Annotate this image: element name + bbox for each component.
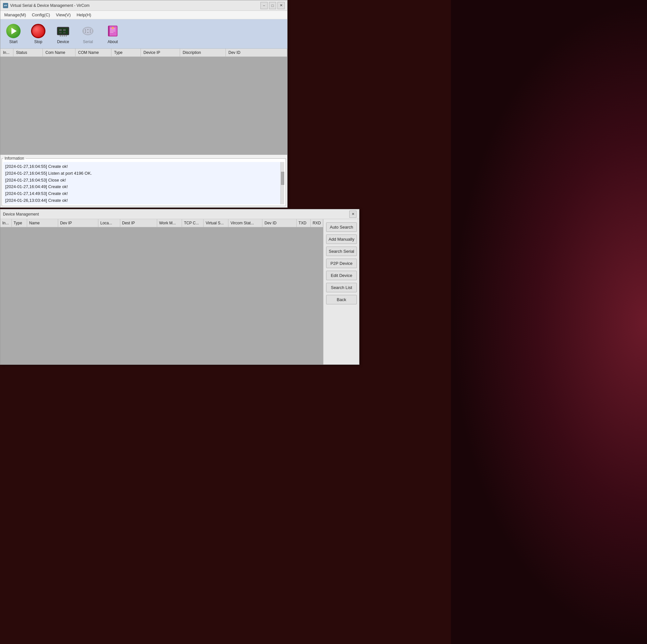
start-icon-container bbox=[6, 24, 20, 38]
svg-point-14 bbox=[89, 29, 91, 31]
svg-point-16 bbox=[87, 32, 88, 33]
col-header-dev-id: Dev ID bbox=[226, 49, 287, 57]
log-entry: [2024-01-27,16:04:53] Close ok! bbox=[5, 177, 282, 184]
device-col-devid: Dev ID bbox=[263, 219, 296, 227]
svg-rect-2 bbox=[59, 29, 62, 31]
device-management-window: Device Management ✕ In... Type Name Dev … bbox=[0, 209, 359, 365]
device-col-in: In... bbox=[0, 219, 12, 227]
about-button[interactable]: About bbox=[103, 22, 123, 46]
main-table: In... Status Com Name COM Name Type Devi… bbox=[0, 49, 287, 155]
device-table-header: In... Type Name Dev IP Loca... Dest IP W… bbox=[0, 219, 323, 227]
device-col-type: Type bbox=[12, 219, 27, 227]
back-button[interactable]: Back bbox=[326, 295, 357, 304]
col-header-description: Discription bbox=[180, 49, 226, 57]
device-button[interactable]: Device bbox=[53, 22, 73, 46]
device-table-body bbox=[0, 227, 323, 365]
svg-point-17 bbox=[89, 31, 91, 33]
about-icon bbox=[105, 24, 120, 38]
p2p-device-button[interactable]: P2P Device bbox=[326, 259, 357, 268]
serial-icon-container bbox=[81, 24, 95, 38]
title-bar: vir Virtual Serial & Device Management -… bbox=[0, 0, 287, 11]
stop-icon-container bbox=[31, 24, 46, 38]
svg-rect-18 bbox=[83, 30, 84, 32]
information-log[interactable]: [2024-01-27,16:04:55] Create ok![2024-01… bbox=[3, 162, 284, 205]
svg-point-13 bbox=[87, 29, 88, 30]
device-col-txd: TXD bbox=[297, 219, 311, 227]
stop-label: Stop bbox=[34, 39, 43, 44]
device-col-destip: Dest IP bbox=[120, 219, 157, 227]
col-header-in: In... bbox=[0, 49, 13, 57]
log-entry: [2024-01-27,16:04:55] Create ok! bbox=[5, 163, 282, 170]
information-legend: Information bbox=[3, 156, 25, 161]
col-header-comname: Com Name bbox=[43, 49, 75, 57]
col-header-type: Type bbox=[112, 49, 141, 57]
window-controls: − □ ✕ bbox=[261, 2, 285, 9]
svg-rect-9 bbox=[66, 35, 67, 36]
app-icon: vir bbox=[3, 3, 8, 8]
device-body: In... Type Name Dev IP Loca... Dest IP W… bbox=[0, 219, 359, 365]
toolbar: Start Stop bbox=[0, 19, 287, 49]
menu-view[interactable]: View(V) bbox=[53, 11, 73, 18]
device-close-button[interactable]: ✕ bbox=[349, 211, 357, 218]
device-sidebar: Auto Search Add Manually Search Serial P… bbox=[323, 219, 359, 365]
device-col-name: Name bbox=[27, 219, 58, 227]
col-header-COM-name: COM Name bbox=[75, 49, 112, 57]
svg-point-12 bbox=[85, 29, 86, 31]
edit-device-button[interactable]: Edit Device bbox=[326, 271, 357, 280]
svg-rect-19 bbox=[92, 30, 93, 32]
start-icon bbox=[6, 24, 20, 38]
col-header-device-ip: Device IP bbox=[141, 49, 180, 57]
main-table-header: In... Status Com Name COM Name Type Devi… bbox=[0, 49, 287, 57]
information-fieldset: Information [2024-01-27,16:04:55] Create… bbox=[2, 156, 286, 206]
minimize-button[interactable]: − bbox=[261, 2, 268, 9]
device-col-virts: Virtual S... bbox=[204, 219, 228, 227]
device-col-rxd: RXD bbox=[311, 219, 323, 227]
start-button[interactable]: Start bbox=[4, 22, 23, 46]
log-scrollbar-thumb[interactable] bbox=[281, 172, 284, 185]
main-table-body bbox=[0, 57, 287, 155]
log-scrollbar[interactable] bbox=[280, 162, 284, 205]
svg-rect-7 bbox=[62, 35, 63, 36]
search-list-button[interactable]: Search List bbox=[326, 283, 357, 292]
log-container: [2024-01-27,16:04:55] Create ok![2024-01… bbox=[3, 162, 284, 205]
search-serial-button[interactable]: Search Serial bbox=[326, 247, 357, 256]
start-label: Start bbox=[9, 39, 17, 44]
device-col-tcpc: TCP C... bbox=[182, 219, 204, 227]
log-entry: [2024-01-26,13:03:44] Create ok! bbox=[5, 197, 282, 204]
serial-button[interactable]: Serial bbox=[78, 22, 98, 46]
about-icon-container bbox=[105, 24, 120, 38]
device-icon bbox=[56, 24, 70, 38]
device-label: Device bbox=[57, 39, 69, 44]
device-window-title: Device Management bbox=[3, 212, 39, 217]
menu-manage[interactable]: Manage(M) bbox=[2, 11, 28, 18]
svg-rect-4 bbox=[59, 32, 62, 33]
svg-rect-22 bbox=[108, 26, 110, 36]
information-section: Information [2024-01-27,16:04:55] Create… bbox=[0, 155, 287, 208]
svg-point-15 bbox=[85, 31, 86, 33]
menu-config[interactable]: Config(C) bbox=[29, 11, 53, 18]
menu-bar: Manage(M) Config(C) View(V) Help(H) bbox=[0, 11, 287, 19]
device-col-workm: Work M... bbox=[157, 219, 182, 227]
close-button[interactable]: ✕ bbox=[277, 2, 285, 9]
app-title: Virtual Serial & Device Management - Vir… bbox=[10, 3, 89, 8]
svg-rect-8 bbox=[64, 35, 65, 36]
device-table-area: In... Type Name Dev IP Loca... Dest IP W… bbox=[0, 219, 323, 365]
col-header-status: Status bbox=[13, 49, 43, 57]
log-entry: [2024-01-27,14:49:53] Create ok! bbox=[5, 190, 282, 197]
device-col-loca: Loca... bbox=[98, 219, 120, 227]
main-window: vir Virtual Serial & Device Management -… bbox=[0, 0, 288, 208]
stop-button[interactable]: Stop bbox=[28, 22, 48, 46]
svg-rect-3 bbox=[63, 29, 66, 31]
menu-help[interactable]: Help(H) bbox=[74, 11, 94, 18]
stop-icon bbox=[31, 24, 46, 38]
svg-rect-6 bbox=[60, 35, 61, 36]
device-title-bar: Device Management ✕ bbox=[0, 209, 359, 219]
device-col-devip: Dev IP bbox=[58, 219, 98, 227]
svg-rect-5 bbox=[63, 32, 66, 33]
auto-search-button[interactable]: Auto Search bbox=[326, 222, 357, 232]
add-manually-button[interactable]: Add Manually bbox=[326, 235, 357, 244]
serial-label: Serial bbox=[83, 39, 93, 44]
title-bar-left: vir Virtual Serial & Device Management -… bbox=[3, 3, 89, 8]
maximize-button[interactable]: □ bbox=[269, 2, 276, 9]
about-label: About bbox=[107, 39, 118, 44]
